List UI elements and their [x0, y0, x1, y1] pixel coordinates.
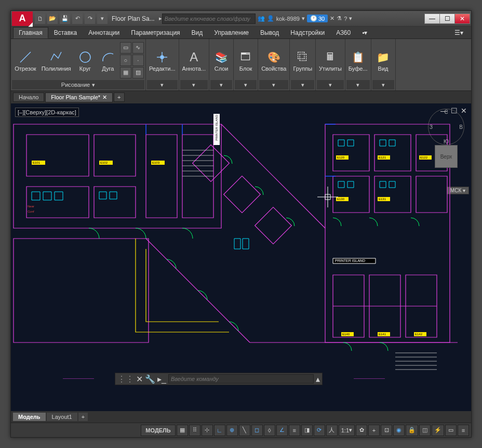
sb-annoscale-icon[interactable]: 人	[326, 425, 338, 436]
layout-tab-model[interactable]: Модель	[13, 413, 46, 421]
sb-polar-icon[interactable]: ⊕	[226, 425, 238, 436]
close-tab-icon[interactable]: ✕	[102, 94, 107, 101]
panel-draw-label[interactable]: Рисование▾	[12, 80, 144, 89]
minimize-button[interactable]: —	[424, 14, 440, 24]
sb-isodraft-icon[interactable]: ╲	[239, 425, 250, 436]
qat-dropdown-icon[interactable]: ▾	[97, 14, 108, 24]
help-dropdown-icon[interactable]: ▾	[349, 15, 352, 22]
tab-addins[interactable]: Надстройки	[285, 27, 330, 38]
sb-infer-icon[interactable]: ⊹	[202, 425, 213, 436]
user-name[interactable]: kok-8989	[276, 16, 300, 22]
sb-otrack-icon[interactable]: ∠	[276, 425, 288, 436]
tab-parametric[interactable]: Параметризация	[125, 27, 185, 38]
sb-lock-ui-icon[interactable]: 🔒	[406, 425, 418, 436]
sb-transparency-icon[interactable]: ◨	[301, 425, 313, 436]
panel-properties-expand[interactable]: ▾	[259, 80, 288, 89]
tab-insert[interactable]: Вставка	[48, 27, 83, 38]
layout-tab-layout1[interactable]: Layout1	[47, 413, 77, 421]
panel-annotation-expand[interactable]: ▾	[180, 80, 208, 89]
trial-badge[interactable]: 🕐30	[307, 15, 328, 22]
sb-lineweight-icon[interactable]: ≡	[289, 425, 300, 436]
tab-featured-icon[interactable]: ▪▾	[356, 27, 373, 38]
groups-button[interactable]: ⿻Группы	[291, 48, 314, 73]
doc-tab-current[interactable]: Floor Plan Sample*✕	[45, 93, 113, 102]
draw-small-tools-2: ∿ · ▨	[132, 42, 144, 78]
layers-button[interactable]: 📚Слои	[210, 48, 232, 73]
sb-quickprops-icon[interactable]: ◉	[393, 425, 405, 436]
viewport[interactable]: [–][Сверху][2D-каркас] — ☐ ✕ С Ю В З Вер…	[11, 103, 471, 411]
app-logo[interactable]: A	[12, 11, 33, 26]
maximize-button[interactable]: ☐	[439, 14, 455, 24]
sb-ortho-icon[interactable]: ∟	[214, 425, 225, 436]
sb-osnap-icon[interactable]: ◻	[251, 425, 263, 436]
command-input[interactable]	[168, 374, 314, 384]
sb-3dosnap-icon[interactable]: ◊	[264, 425, 275, 436]
view-button[interactable]: 📁Вид	[372, 48, 394, 73]
ellipse-icon[interactable]: ○	[120, 55, 131, 66]
new-tab-button[interactable]: +	[114, 93, 124, 102]
tab-view[interactable]: Вид	[186, 27, 209, 38]
sb-annomonitor-icon[interactable]: +	[368, 425, 380, 436]
spline-icon[interactable]: ∿	[132, 42, 144, 54]
point-icon[interactable]: ·	[132, 55, 144, 66]
open-icon[interactable]: 📂	[47, 14, 58, 24]
sb-isolate-icon[interactable]: ◫	[419, 425, 431, 436]
tab-output[interactable]: Вывод	[255, 27, 285, 38]
help-icon[interactable]: ?	[344, 16, 347, 22]
polyline-button[interactable]: Полилиния	[39, 48, 73, 73]
sb-grid-icon[interactable]: ▦	[177, 425, 188, 436]
search-input[interactable]	[162, 14, 256, 24]
svg-rect-44	[338, 181, 344, 188]
clipboard-button[interactable]: 📋Буфе...	[346, 48, 370, 73]
signin-icon[interactable]: 👥	[258, 15, 265, 22]
properties-button[interactable]: 🎨Свойства	[259, 48, 288, 73]
command-line[interactable]: ⋮⋮ ✕ 🔧 ▸_ ▴	[115, 373, 323, 385]
sb-units-icon[interactable]: ⊡	[381, 425, 392, 436]
redo-icon[interactable]: ↷	[85, 14, 95, 24]
line-button[interactable]: Отрезок	[12, 48, 38, 73]
sb-model-button[interactable]: МОДЕЛЬ	[141, 425, 175, 436]
sb-workspace-icon[interactable]: ✿	[356, 425, 367, 436]
panel-block-expand[interactable]: ▾	[235, 80, 257, 89]
arc-button[interactable]: Дуга	[97, 48, 119, 73]
sb-cycling-icon[interactable]: ⟳	[314, 425, 325, 436]
panel-utilities-expand[interactable]: ▾	[317, 80, 344, 89]
region-icon[interactable]: ▨	[132, 67, 144, 78]
panel-layers-expand[interactable]: ▾	[210, 80, 232, 89]
cmd-close-icon[interactable]: ✕	[136, 374, 143, 384]
tab-manage[interactable]: Управление	[208, 27, 255, 38]
user-dropdown-icon[interactable]: ▾	[302, 15, 305, 22]
cmd-wrench-icon[interactable]: 🔧	[145, 374, 155, 384]
rectangle-icon[interactable]: ▭	[120, 42, 131, 54]
modify-button[interactable]: Редакти...	[147, 48, 178, 73]
block-button[interactable]: 🗔Блок	[235, 48, 257, 73]
tab-a360[interactable]: A360	[330, 27, 356, 38]
sb-scale-button[interactable]: 1:1 ▾	[339, 425, 355, 436]
utilities-button[interactable]: 🖩Утилиты	[317, 48, 344, 73]
cmd-handle-icon[interactable]: ⋮⋮	[117, 374, 134, 384]
hatch-icon[interactable]: ▦	[120, 67, 131, 78]
tab-home[interactable]: Главная	[13, 27, 48, 38]
panel-clipboard-expand[interactable]: ▾	[346, 80, 370, 89]
new-icon[interactable]: 🗋	[35, 14, 45, 24]
doc-tab-start[interactable]: Начало	[13, 93, 44, 102]
tab-annotate[interactable]: Аннотации	[83, 27, 125, 38]
lab-icon[interactable]: ⚗	[337, 15, 342, 22]
panel-groups-expand[interactable]: ▾	[291, 80, 314, 89]
panel-modify-expand[interactable]: ▾	[147, 80, 178, 89]
circle-button[interactable]: Круг	[74, 48, 96, 73]
sb-customize-icon[interactable]: ≡	[458, 425, 469, 436]
exchange-icon[interactable]: ✕	[330, 15, 334, 22]
sb-hardware-accel-icon[interactable]: ⚡	[432, 425, 444, 436]
annotation-button[interactable]: AАннота...	[180, 48, 208, 73]
ribbon-collapse-icon[interactable]: ☰▾	[449, 27, 469, 38]
panel-view-expand[interactable]: ▾	[372, 80, 394, 89]
add-layout-button[interactable]: +	[78, 413, 88, 421]
sb-snap-icon[interactable]: ⠿	[189, 425, 200, 436]
close-button[interactable]: ✕	[454, 14, 470, 24]
sb-cleanscreen-icon[interactable]: ▭	[445, 425, 457, 436]
save-icon[interactable]: 💾	[60, 14, 70, 24]
cmd-history-icon[interactable]: ▴	[316, 374, 320, 384]
undo-icon[interactable]: ↶	[72, 14, 83, 24]
viewcube-top-face[interactable]: Верх	[435, 145, 458, 168]
